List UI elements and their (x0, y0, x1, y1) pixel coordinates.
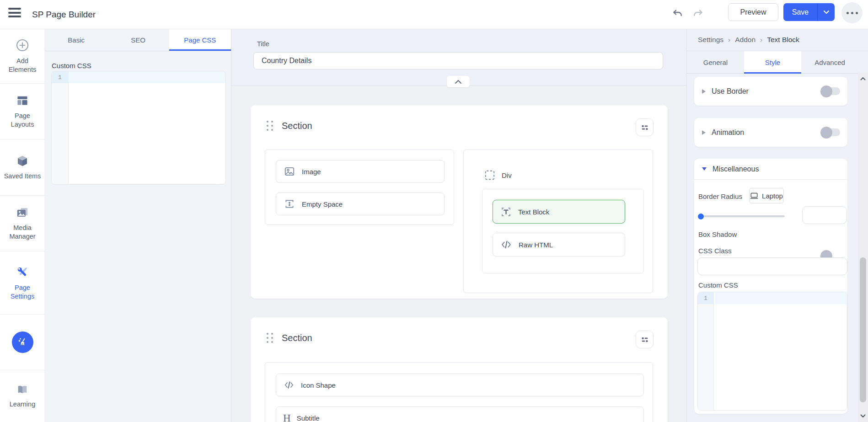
open-book-icon (16, 383, 29, 396)
css-class-input[interactable] (697, 257, 847, 275)
border-radius-slider[interactable] (698, 215, 785, 217)
breadcrumb-separator: › (728, 36, 730, 44)
section-options-button[interactable] (636, 118, 654, 136)
page-title-input[interactable] (253, 52, 663, 69)
scrollbar-up-button[interactable] (858, 73, 868, 85)
tab-style[interactable]: Style (744, 51, 801, 74)
sidebar-item-add-elements[interactable]: Add Elements (0, 29, 45, 84)
image-icon (283, 166, 296, 177)
editor-gutter (698, 292, 714, 410)
sidebar-item-media-manager[interactable]: Media Manager (0, 196, 45, 251)
div-inner-container: Text Block Raw HTML (482, 189, 644, 273)
device-selector-button[interactable]: Laptop (749, 188, 784, 203)
sidebar-label: Saved Items (3, 172, 42, 181)
sidebar-label: Add Elements (3, 57, 42, 74)
sidebar-label: Media Manager (3, 224, 42, 241)
tab-seo[interactable]: SEO (107, 29, 169, 51)
section-title: Section (282, 333, 312, 343)
code-icon (283, 379, 295, 390)
breadcrumb-settings[interactable]: Settings (698, 36, 723, 44)
addon-settings-tabs: General Style Advanced (687, 51, 868, 74)
breadcrumb: Settings › Addon › Text Block (687, 29, 868, 51)
breadcrumb-addon[interactable]: Addon (735, 36, 755, 44)
save-dropdown-button[interactable] (817, 3, 835, 21)
addon-label: Empty Space (302, 200, 343, 208)
addon-row-icon-shape[interactable]: Icon Shape (276, 374, 644, 396)
addon-row-subtitle[interactable]: H Subtitle (276, 406, 644, 422)
column-2-div[interactable]: Div Text Block (463, 150, 653, 293)
laptop-icon (750, 192, 758, 199)
sidebar-item-learning[interactable]: Learning (0, 370, 45, 422)
accordion-label: Animation (712, 128, 822, 137)
chevron-down-icon (823, 10, 830, 14)
editor-gutter (52, 71, 69, 184)
ellipsis-icon (847, 12, 849, 14)
border-radius-input[interactable] (802, 206, 847, 224)
accordion-use-border[interactable]: Use Border (694, 77, 847, 106)
use-border-toggle[interactable] (822, 87, 840, 95)
caret-right-icon (702, 89, 706, 94)
sidebar-item-saved-items[interactable]: Saved Items (0, 139, 45, 196)
tab-basic[interactable]: Basic (45, 29, 107, 51)
column-full[interactable]: Icon Shape H Subtitle (265, 362, 653, 422)
addon-custom-css-editor[interactable]: 1 (697, 292, 847, 411)
broom-sparkle-icon (17, 337, 28, 348)
accordion-miscellaneous: Miscellaneous Border Radius Laptop Box S… (694, 159, 847, 414)
addon-row-text-block[interactable]: Text Block (493, 200, 625, 224)
accordion-label: Miscellaneous (713, 165, 840, 173)
section-options-button[interactable] (636, 331, 654, 348)
addon-label: Text Block (518, 208, 549, 216)
scrollbar-thumb[interactable] (860, 257, 866, 402)
div-label: Div (502, 171, 512, 179)
addon-row-image[interactable]: Image (276, 160, 445, 183)
tab-advanced[interactable]: Advanced (801, 51, 858, 74)
scrollbar-down-button[interactable] (858, 410, 868, 422)
miscellaneous-header[interactable]: Miscellaneous (694, 159, 847, 180)
sidebar-item-page-settings[interactable]: Page Settings (0, 251, 45, 315)
slider-knob[interactable] (698, 214, 704, 219)
more-options-button[interactable] (841, 2, 863, 23)
addon-settings-panel: Settings › Addon › Text Block General St… (686, 29, 868, 422)
sidebar-label: Page Layouts (3, 112, 42, 129)
collapse-titlebar-button[interactable] (447, 76, 470, 87)
section-options-icon (640, 123, 650, 133)
icon-sidebar: Add Elements Page Layouts Saved Items (0, 29, 45, 422)
hamburger-menu-icon[interactable] (8, 8, 21, 18)
sidebar-item-clear-page[interactable] (0, 315, 45, 370)
addon-label: Raw HTML (519, 241, 553, 249)
div-container-header[interactable]: Div (484, 169, 512, 181)
save-split-button: Save (783, 3, 835, 21)
column-1[interactable]: Image Empty Space (265, 150, 454, 225)
accordion-label: Use Border (712, 87, 822, 96)
section-drag-handle[interactable] (267, 121, 273, 131)
addon-label: Subtitle (297, 414, 320, 422)
section-title: Section (282, 121, 312, 131)
addon-label: Icon Shape (301, 381, 336, 389)
broom-button[interactable] (12, 331, 33, 353)
page-css-editor[interactable]: 1 (51, 71, 226, 185)
animation-toggle[interactable] (822, 128, 840, 136)
section-card-2[interactable]: Section Icon Shape (251, 317, 668, 422)
redo-button[interactable] (691, 7, 705, 21)
code-icon (500, 239, 513, 251)
save-button[interactable]: Save (783, 3, 817, 21)
caret-right-icon (702, 130, 706, 135)
tab-page-css[interactable]: Page CSS (169, 29, 231, 51)
breadcrumb-separator: › (760, 36, 762, 44)
right-panel-scrollbar[interactable] (858, 73, 868, 422)
preview-button[interactable]: Preview (728, 3, 778, 21)
media-icon (15, 206, 30, 219)
text-block-icon (500, 206, 512, 218)
undo-button[interactable] (670, 7, 685, 21)
scroll-up-icon (860, 77, 866, 80)
addon-row-raw-html[interactable]: Raw HTML (493, 233, 625, 256)
box-shadow-label: Box Shadow (698, 230, 737, 238)
section-card-1[interactable]: Section Image (251, 105, 668, 299)
section-options-icon (640, 335, 650, 345)
sidebar-item-page-layouts[interactable]: Page Layouts (0, 84, 45, 139)
addon-row-empty-space[interactable]: Empty Space (276, 192, 445, 215)
accordion-animation[interactable]: Animation (694, 118, 847, 147)
undo-icon (672, 8, 684, 19)
section-drag-handle[interactable] (267, 333, 273, 343)
tab-general[interactable]: General (687, 51, 744, 74)
